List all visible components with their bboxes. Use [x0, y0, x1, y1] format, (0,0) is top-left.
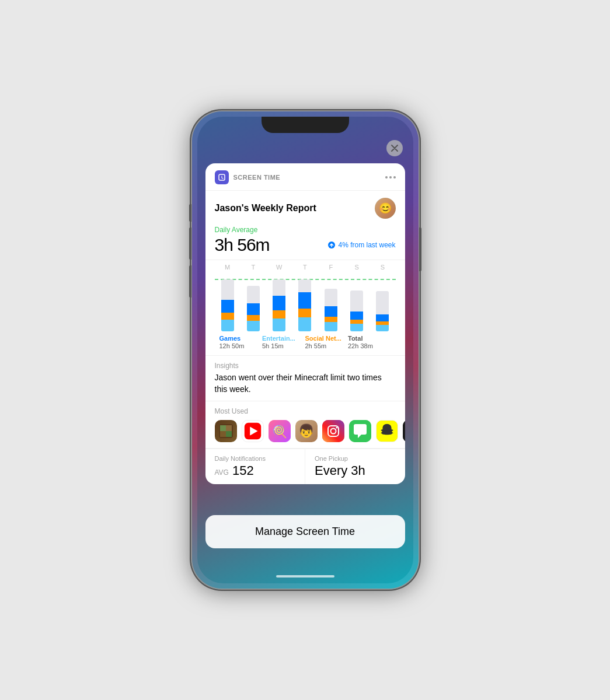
- bar-lightblue-t1: [247, 321, 260, 331]
- report-title: Jason's Weekly Report: [215, 203, 316, 214]
- stat-notifications[interactable]: Daily Notifications AVG 152: [205, 449, 306, 484]
- svg-text:🍭: 🍭: [272, 425, 287, 439]
- change-text: 4% from last week: [338, 241, 395, 249]
- stat-pickup[interactable]: One Pickup Every 3h: [305, 449, 405, 484]
- category-social-time: 2h 55m: [305, 342, 348, 349]
- app-icon-candy-crush[interactable]: 🍭: [269, 420, 291, 442]
- bar-gray-s2: [376, 291, 389, 314]
- category-games-time: 12h 50m: [219, 342, 263, 349]
- day-label-w: W: [270, 264, 288, 271]
- day-label-s2: S: [373, 264, 392, 271]
- app-icon-minecraft[interactable]: [215, 420, 237, 442]
- bar-lightblue-s2: [376, 325, 389, 331]
- app-icon-messages[interactable]: [349, 420, 371, 442]
- bar-orange-t1: [247, 315, 260, 321]
- screen-time-app-icon: [215, 170, 229, 184]
- app-icon-instagram[interactable]: [322, 420, 344, 442]
- daily-average-time: 3h 56m: [215, 235, 270, 255]
- bar-blue-m: [221, 300, 234, 313]
- bar-blue-s2: [376, 314, 389, 321]
- chart-section: M T W T F S S: [205, 260, 405, 356]
- svg-rect-5: [220, 431, 226, 437]
- bar-thursday-container: [298, 279, 311, 331]
- bar-gray-f: [325, 289, 337, 306]
- power-button[interactable]: [419, 228, 421, 271]
- bar-wednesday-container: [273, 279, 285, 331]
- bar-lightblue-m: [221, 320, 234, 331]
- day-labels: M T W T F S S: [215, 264, 396, 271]
- volume-down-button[interactable]: [189, 265, 191, 298]
- avatar[interactable]: 😊: [375, 198, 396, 219]
- bar-thursday: [295, 279, 314, 331]
- bar-tuesday-container: [247, 279, 260, 331]
- bar-saturday-container: [350, 279, 363, 331]
- category-social-name: Social Net...: [305, 335, 348, 342]
- dot3: [393, 176, 396, 178]
- svg-rect-18: [403, 420, 405, 442]
- bar-blue-f: [325, 306, 337, 317]
- insights-label: Insights: [215, 362, 396, 370]
- day-label-t1: T: [244, 264, 263, 271]
- bar-lightblue-f: [325, 322, 337, 331]
- insights-section: Insights Jason went over their Minecraft…: [205, 356, 405, 401]
- category-social[interactable]: Social Net... 2h 55m: [305, 335, 348, 349]
- svg-rect-6: [226, 431, 232, 437]
- bar-orange-f: [325, 317, 337, 322]
- category-entertainment[interactable]: Entertain... 5h 15m: [262, 335, 305, 349]
- bar-friday: [322, 279, 340, 331]
- manage-screen-time-button[interactable]: Manage Screen Time: [205, 515, 405, 548]
- daily-average-section: Daily Average 3h 56m 4% from last week: [205, 223, 405, 260]
- bar-saturday: [347, 279, 366, 331]
- category-entertainment-name: Entertain...: [262, 335, 305, 342]
- bar-blue-t2: [298, 292, 311, 309]
- most-used-section: Most Used: [205, 401, 405, 449]
- phone-frame: SCREEN TIME Jason's Weekly Report 😊 Dail…: [191, 111, 419, 589]
- chart-area: [215, 273, 396, 331]
- svg-rect-12: [322, 420, 344, 442]
- app-icon-youtube[interactable]: [242, 420, 264, 442]
- dot1: [385, 176, 388, 178]
- app-icon-snapchat[interactable]: [376, 420, 398, 442]
- svg-rect-4: [226, 425, 232, 431]
- bar-blue-s1: [350, 312, 363, 320]
- daily-average-row: 3h 56m 4% from last week: [215, 235, 396, 255]
- category-entertainment-time: 5h 15m: [262, 342, 305, 349]
- bar-friday-container: [325, 279, 337, 331]
- category-games[interactable]: Games 12h 50m: [219, 335, 263, 349]
- report-header: Jason's Weekly Report 😊: [205, 191, 405, 223]
- screen-time-card: SCREEN TIME Jason's Weekly Report 😊 Dail…: [205, 163, 405, 484]
- stat-notifications-value: AVG 152: [215, 463, 296, 478]
- more-options-button[interactable]: [385, 176, 396, 178]
- bar-sunday: [373, 279, 392, 331]
- close-button[interactable]: [386, 140, 403, 156]
- bar-sunday-container: [376, 279, 389, 331]
- app-icon-apple-tv[interactable]: [403, 420, 405, 442]
- category-total-name: Total: [348, 335, 391, 342]
- svg-point-15: [336, 427, 337, 429]
- day-label-s1: S: [347, 264, 366, 271]
- most-used-label: Most Used: [215, 407, 396, 415]
- category-games-name: Games: [219, 335, 263, 342]
- phone-screen: SCREEN TIME Jason's Weekly Report 😊 Dail…: [197, 117, 413, 583]
- volume-mute-button[interactable]: [189, 204, 191, 222]
- bar-lightblue-s1: [350, 324, 363, 331]
- app-icon-facetime[interactable]: 👦: [295, 420, 318, 442]
- bar-gray-t2: [298, 279, 311, 292]
- stat-notifications-label: Daily Notifications: [215, 455, 296, 462]
- stat-pickup-label: One Pickup: [315, 455, 396, 462]
- bar-gray-s1: [350, 290, 363, 312]
- home-indicator[interactable]: [276, 575, 334, 578]
- day-label-f: F: [322, 264, 340, 271]
- day-label-m: M: [218, 264, 237, 271]
- bar-orange-t2: [298, 309, 311, 317]
- stat-notifications-number: 152: [232, 463, 254, 478]
- insights-text: Jason went over their Minecraft limit tw…: [215, 372, 396, 395]
- volume-up-button[interactable]: [189, 228, 191, 260]
- notch: [262, 117, 349, 133]
- dot2: [389, 176, 392, 178]
- bar-orange-m: [221, 313, 234, 320]
- avatar-image: 😊: [375, 198, 395, 218]
- bar-gray-m: [221, 279, 234, 300]
- svg-rect-3: [220, 425, 226, 431]
- app-icons-row: 🍭 👦: [215, 420, 396, 442]
